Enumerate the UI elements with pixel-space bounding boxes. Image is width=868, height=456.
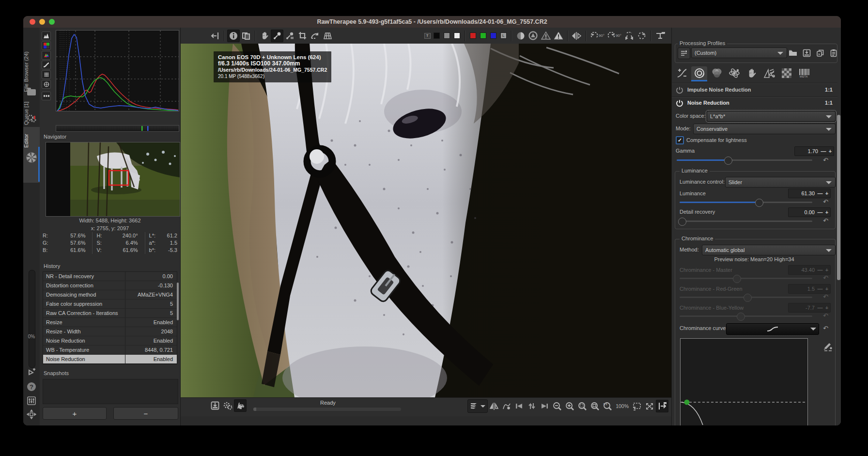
remove-snapshot-button[interactable]: − xyxy=(113,407,178,420)
histogram[interactable] xyxy=(56,30,179,111)
color-picker-icon[interactable] xyxy=(283,30,296,42)
tab-transform[interactable] xyxy=(761,66,777,80)
luminance-reset-icon[interactable]: ↶ xyxy=(823,198,828,205)
shadow-clipping-icon[interactable] xyxy=(540,30,552,42)
hand-tool-icon[interactable] xyxy=(258,30,271,42)
history-back-icon[interactable] xyxy=(513,400,526,412)
histogram-curve-button[interactable] xyxy=(42,61,51,69)
save-profile-icon[interactable] xyxy=(801,47,812,59)
snapshots-list[interactable] xyxy=(43,379,178,404)
pan-move-icon[interactable] xyxy=(26,409,37,420)
gamut-check-icon[interactable] xyxy=(527,30,540,42)
toolbar-pin-icon[interactable] xyxy=(654,30,666,42)
history-row[interactable]: WB - Temperature 8448, 0.721 xyxy=(43,346,177,355)
history-forward-icon[interactable] xyxy=(538,400,551,412)
history-row[interactable]: Resize - Width 2048 xyxy=(43,327,177,336)
tab-detail[interactable] xyxy=(691,66,707,80)
luminance-control-dropdown[interactable]: Slider xyxy=(725,177,836,188)
zoom-to-crop-icon[interactable] xyxy=(576,400,589,412)
bg-gray-swatch[interactable] xyxy=(444,32,450,39)
gamma-reset-icon[interactable]: ↶ xyxy=(823,157,828,164)
hide-left-panel-icon[interactable] xyxy=(209,30,221,42)
histogram-rgb-button[interactable] xyxy=(42,41,51,50)
chroma-method-dropdown[interactable]: Automatic global xyxy=(702,245,836,255)
add-detail-window-icon[interactable] xyxy=(631,400,643,412)
tab-advanced[interactable] xyxy=(726,66,742,80)
gamma-spinbox[interactable]: 1.70—+ xyxy=(794,146,834,156)
luminance-spinbox[interactable]: 61.30—+ xyxy=(788,189,831,198)
histogram-raw-button[interactable] xyxy=(42,70,51,79)
gamma-slider[interactable] xyxy=(677,157,812,163)
zoom-out-icon[interactable] xyxy=(551,400,563,412)
tab-raw[interactable] xyxy=(778,66,794,80)
history-row[interactable]: Demosaicing method AMaZE+VNG4 xyxy=(43,290,177,299)
history-row[interactable]: Noise Reduction Enabled xyxy=(43,336,177,346)
histogram-indicator-button[interactable] xyxy=(42,51,51,60)
noise-reduction-header[interactable]: Noise Reduction 1:1 xyxy=(676,99,836,108)
histogram-chromaticity-button[interactable] xyxy=(42,80,51,89)
compensate-checkbox[interactable]: ✓ xyxy=(676,136,684,144)
history-row[interactable]: Resize Enabled xyxy=(43,318,177,327)
zoom-fit-icon[interactable] xyxy=(589,400,601,412)
color-space-dropdown[interactable]: L*a*b* xyxy=(707,111,836,122)
profile-fill-mode-button[interactable] xyxy=(678,47,690,59)
history-scrollbar[interactable] xyxy=(177,283,179,320)
profile-select-dropdown[interactable]: (Custom) xyxy=(691,47,787,58)
before-after-split-icon[interactable] xyxy=(571,30,583,42)
add-snapshot-button[interactable]: + xyxy=(43,407,107,420)
auto-rotate-icon[interactable] xyxy=(636,30,648,42)
send-to-editor-icon[interactable] xyxy=(234,399,247,412)
preview-mode-dropdown[interactable] xyxy=(467,399,488,413)
straighten-tool-icon[interactable] xyxy=(309,30,321,42)
fullscreen-icon[interactable] xyxy=(643,400,656,412)
settings-sliders-icon[interactable] xyxy=(26,395,37,406)
right-panel-scrollbar[interactable] xyxy=(837,115,840,280)
preview-focus-mask-icon[interactable] xyxy=(500,400,513,412)
before-after-toggle-icon[interactable] xyxy=(488,400,500,412)
tab-metadata[interactable]: META xyxy=(796,66,812,80)
tab-color[interactable] xyxy=(709,66,725,80)
bg-white-swatch[interactable] xyxy=(454,32,460,39)
histogram-scale-bar[interactable] xyxy=(56,125,179,132)
folder-icon[interactable] xyxy=(26,87,37,97)
white-balance-picker-icon[interactable] xyxy=(271,30,283,42)
luminance-slider[interactable] xyxy=(680,199,812,205)
before-after-view-icon[interactable] xyxy=(240,30,252,42)
zoom-in-icon[interactable] xyxy=(563,400,576,412)
tab-locallab[interactable] xyxy=(744,66,760,80)
channel-red-swatch[interactable] xyxy=(470,32,476,39)
detail-recovery-reset-icon[interactable]: ↶ xyxy=(823,217,828,224)
history-row[interactable]: Distortion correction -0.130 xyxy=(43,281,177,290)
history-row[interactable]: Noise Reduction Enabled xyxy=(43,355,177,364)
bg-black-swatch[interactable] xyxy=(434,32,440,39)
info-icon[interactable] xyxy=(227,30,240,42)
chroma-curve-reset-icon[interactable]: ↶ xyxy=(823,325,828,332)
rotate-cw-button[interactable]: 90° xyxy=(607,32,621,39)
crop-tool-icon[interactable] xyxy=(296,30,309,42)
highlight-clipping-icon[interactable] xyxy=(552,30,565,42)
load-profile-icon[interactable] xyxy=(787,47,799,59)
tab-editor[interactable]: Editor xyxy=(23,127,40,183)
channel-blue-swatch[interactable] xyxy=(490,32,496,39)
rotate-ccw-button[interactable]: 90° xyxy=(590,32,604,39)
history-row[interactable]: NR - Detail recovery 0.00 xyxy=(43,272,177,281)
close-window-button[interactable] xyxy=(30,19,35,25)
minimize-window-button[interactable] xyxy=(39,19,45,25)
navigator-thumbnail[interactable] xyxy=(46,142,180,217)
save-image-icon[interactable] xyxy=(209,399,221,412)
zoom-100-icon[interactable]: 1:1 xyxy=(601,400,614,412)
histogram-mode-button[interactable] xyxy=(42,31,51,40)
tab-exposure[interactable] xyxy=(674,66,690,80)
flip-vertical-icon[interactable] xyxy=(623,30,636,42)
image-canvas[interactable]: Canon EOS 70D + Unknown Lens (624) f/6.3… xyxy=(181,44,671,397)
soft-proofing-icon[interactable] xyxy=(514,30,527,42)
channel-luminosity-swatch[interactable]: L xyxy=(500,32,507,39)
history-row[interactable]: Raw CA Correction - Iterations 5 xyxy=(43,309,177,318)
channel-green-swatch[interactable] xyxy=(480,32,486,39)
hide-right-panel-icon[interactable] xyxy=(656,400,668,412)
swap-updown-icon[interactable] xyxy=(526,400,538,412)
detail-recovery-spinbox[interactable]: 0.00—+ xyxy=(788,207,831,217)
queue-process-icon[interactable] xyxy=(221,399,234,412)
perspective-tool-icon[interactable] xyxy=(321,30,334,42)
copy-profile-icon[interactable] xyxy=(814,47,826,59)
